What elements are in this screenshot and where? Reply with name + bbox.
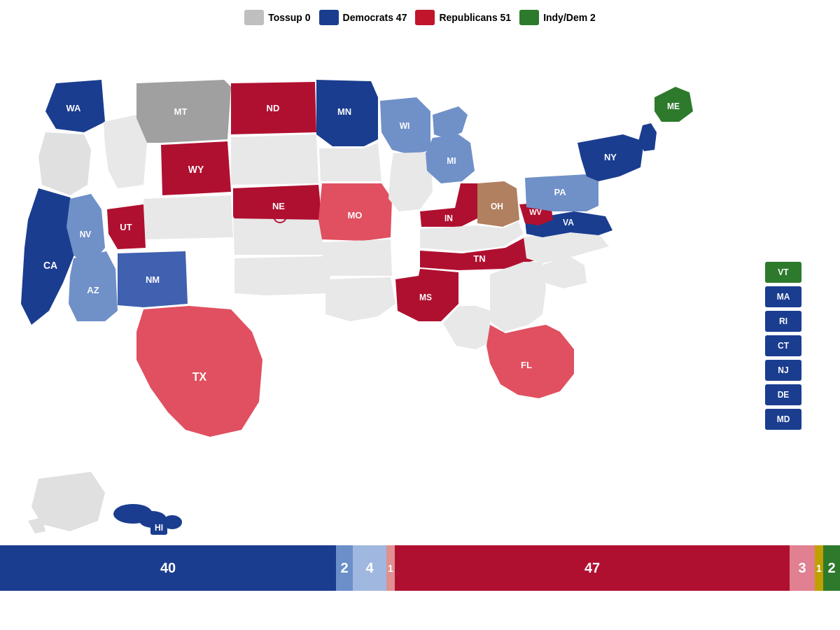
state-ny-label: NY (604, 152, 617, 162)
legend: Tossup 0 Democrats 47 Republicans 51 Ind… (0, 0, 840, 31)
state-ut-label: UT (120, 222, 132, 232)
legend-dem-label: Democrats 47 (343, 12, 407, 23)
bar-rep-safe: 47 (395, 545, 790, 591)
bar-rep-lean: 3 (790, 545, 815, 591)
state-vt-box[interactable]: VT (765, 262, 802, 283)
state-ct-box[interactable]: CT (765, 335, 802, 356)
state-wy-label: WY (188, 164, 204, 175)
state-ia[interactable] (319, 143, 382, 181)
legend-dem-box (319, 10, 339, 25)
state-nm-label: NM (146, 274, 160, 285)
state-ca-label: CA (43, 260, 57, 271)
bar-dem-safe: 40 (0, 545, 336, 591)
state-hi-box[interactable]: HI (150, 521, 167, 535)
legend-rep-box (415, 10, 435, 25)
state-oh-label: OH (491, 202, 503, 211)
state-mn-label: MN (337, 106, 351, 117)
bottom-bar: 40 2 4 1 47 3 1 2 (0, 545, 840, 591)
legend-tossup: Tossup 0 (244, 10, 310, 25)
state-ks[interactable] (233, 218, 323, 255)
bar-other: 1 (815, 545, 823, 591)
state-mt-label: MT (174, 106, 188, 117)
state-la[interactable] (326, 277, 396, 321)
state-sd[interactable] (231, 134, 318, 185)
legend-ind-label: Indy/Dem 2 (543, 12, 596, 23)
state-fl-label: FL (521, 360, 532, 370)
state-nd-label: ND (267, 103, 280, 113)
state-tx-label: TX (192, 371, 207, 383)
state-md-box[interactable]: MD (765, 409, 802, 430)
legend-democrats: Democrats 47 (319, 10, 407, 25)
legend-tossup-label: Tossup 0 (268, 12, 310, 23)
state-pa-label: PA (554, 187, 566, 197)
state-wi-label: WI (400, 121, 410, 131)
bar-dem-likely: 4 (353, 545, 386, 591)
bar-dem-lean: 2 (336, 545, 353, 591)
state-tn-label: TN (473, 253, 485, 264)
state-co[interactable] (144, 195, 233, 239)
state-me-label: ME (667, 102, 680, 111)
state-or[interactable] (38, 132, 91, 195)
state-ri-box[interactable]: RI (765, 311, 802, 332)
state-ma-box[interactable]: MA (765, 286, 802, 307)
state-wa-label: WA (66, 103, 82, 113)
state-va-label: VA (563, 218, 574, 227)
state-mi-upper[interactable] (433, 106, 468, 139)
state-ok[interactable] (234, 256, 330, 295)
state-ms-label: MS (419, 293, 432, 302)
state-al[interactable] (443, 306, 490, 349)
legend-rep-label: Republicans 51 (439, 12, 511, 23)
bar-tossup: 1 (386, 545, 395, 591)
state-mi-label: MI (447, 156, 456, 166)
bar-ind: 2 (823, 545, 840, 591)
state-ar[interactable] (322, 239, 392, 276)
state-mo-label: MO (348, 210, 363, 220)
state-de-box[interactable]: DE (765, 384, 802, 405)
legend-republicans: Republicans 51 (415, 10, 511, 25)
state-nv-label: NV (80, 230, 92, 239)
state-az-label: AZ (87, 285, 99, 295)
state-nj-box[interactable]: NJ (765, 360, 802, 381)
state-il[interactable] (388, 152, 433, 211)
legend-tossup-box (244, 10, 264, 25)
us-map: WA CA NV AZ MT WY UT NM TX ND NE MN MO (0, 31, 770, 563)
state-in-label: IN (444, 214, 453, 223)
legend-ind-box (519, 10, 539, 25)
state-ga[interactable] (490, 262, 546, 332)
map-container: WA CA NV AZ MT WY UT NM TX ND NE MN MO (0, 31, 840, 591)
legend-indy: Indy/Dem 2 (519, 10, 596, 25)
